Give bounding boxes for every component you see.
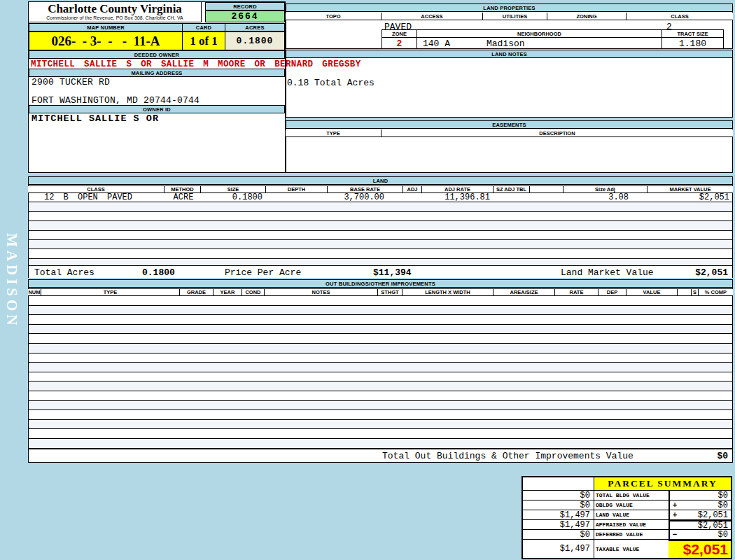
column-base-rate: BASE RATE — [328, 186, 403, 192]
column-cond: COND — [242, 289, 265, 295]
deferred-value-label: DEFERRED VALUE — [594, 530, 668, 540]
cell-size: 0.1800 — [202, 192, 267, 202]
appraised-value: $2,051 — [680, 520, 731, 530]
county-subtitle: Commissioner of the Revenue, PO Box 308,… — [29, 15, 201, 21]
land-properties-header-row: TOPO ACCESS UTILITIES ZONING CLASS — [286, 13, 733, 20]
out-buildings-title: OUT BUILDINGS/OTHER IMPROVEMENTS — [28, 279, 733, 288]
column-market-value: MARKET VALUE — [648, 186, 733, 192]
county-header: Charlotte County Virginia Commissioner o… — [29, 2, 202, 22]
column-method: METHOD — [164, 186, 201, 192]
out-buildings-total-row: Total Out Buildings & Other Improvements… — [29, 449, 732, 462]
zone-label: ZONE — [382, 30, 417, 37]
cell-class: 12 B OPEN PAVED — [29, 192, 165, 202]
land-table-title: LAND — [28, 176, 733, 185]
land-value-label: LAND VALUE — [594, 510, 668, 520]
column-adj: ADJ — [403, 186, 422, 192]
column-depth: DEPTH — [266, 186, 328, 192]
cell-size-adj: 3.08 — [564, 192, 648, 202]
card-value: 1 of 1 — [182, 31, 225, 50]
record-value: 2664 — [205, 10, 285, 22]
district-vertical-label: MADISON — [3, 233, 20, 329]
land-totals-row: Total Acres 0.1800 Price Per Acre $11,39… — [29, 265, 732, 278]
tract-size-label: TRACT SIZE — [662, 30, 723, 37]
column-length-width: LENGTH X WIDTH — [402, 289, 493, 295]
column-sthgt: STHGT — [378, 289, 402, 295]
deeded-owner-value: MITCHELL SALLIE S OR SALLIE M MOORE OR B… — [31, 59, 361, 69]
obldg-value: $0 — [680, 500, 731, 510]
map-number-label: MAP NUMBER — [29, 23, 183, 31]
land-value: $2,051 — [680, 510, 731, 520]
column-access: ACCESS — [382, 13, 483, 20]
acres-value: 0.1800 — [225, 31, 285, 50]
card-label: CARD — [182, 23, 225, 31]
total-bldg-value-op — [668, 491, 680, 500]
land-market-value: $2,051 — [695, 267, 728, 278]
column-value: VALUE — [626, 289, 678, 295]
column-grade: GRADE — [180, 289, 214, 295]
county-title: Charlotte County Virginia — [29, 3, 201, 15]
land-table-section: LAND CLASS METHOD SIZE DEPTH BASE RATE A… — [28, 176, 733, 278]
parcel-summary-title: PARCEL SUMMARY — [594, 477, 731, 491]
deferred-value-op: − — [668, 530, 680, 540]
column-type: TYPE — [41, 289, 180, 295]
easements-title: EASEMENTS — [286, 120, 733, 129]
land-properties-title: LAND PROPERTIES — [286, 4, 733, 12]
owner-id-value: MITCHELL SALLIE S OR — [31, 113, 159, 124]
appraised-value-op — [668, 520, 680, 530]
deeded-owner-label: DEEDED OWNER — [29, 50, 285, 59]
total-acres-label: Total Acres — [34, 267, 94, 278]
out-buildings-total-value: $0 — [717, 451, 728, 461]
zone-header-row: ZONE NEIGHBORHOOD TRACT SIZE — [382, 29, 724, 38]
column-pct-comp: % COMP — [699, 289, 733, 295]
zone-value: 2 — [382, 38, 416, 49]
obldg-value-op: + — [668, 500, 680, 510]
appraised-value-label: APPRAISED VALUE — [594, 520, 668, 530]
column-blank — [530, 186, 564, 192]
column-size-adj: Size Adj — [564, 186, 648, 192]
column-topo: TOPO — [286, 13, 382, 20]
easements-section: EASEMENTS TYPE DESCRIPTION — [286, 120, 733, 173]
total-bldg-value-label: TOTAL BLDG VALUE — [594, 491, 668, 500]
owner-section: Charlotte County Virginia Commissioner o… — [28, 1, 286, 173]
out-buildings-total-label: Total Out Buildings & Other Improvements… — [382, 451, 634, 461]
obldg-value-label: OBLDG VALUE — [594, 500, 668, 510]
column-size: SIZE — [201, 186, 266, 192]
land-table-rows: 12 B OPEN PAVED ACRE 0.1800 3,700.00 11,… — [29, 193, 732, 265]
owner-id-label: OWNER ID — [29, 105, 285, 113]
parcel-summary: PARCEL SUMMARY $0 TOTAL BLDG VALUE $0 $0… — [522, 476, 732, 559]
land-notes-text: 0.18 Total Acres — [287, 78, 374, 88]
column-utilities: UTILITIES — [483, 13, 547, 20]
column-area-size: AREA/SIZE — [493, 289, 555, 295]
neighborhood-value: 140 A Madison — [416, 38, 662, 49]
column-blank — [678, 289, 692, 295]
column-class: CLASS — [626, 13, 733, 20]
zone-values-row: 2 140 A Madison 1.180 — [382, 38, 724, 49]
neighborhood-name: Madison — [486, 38, 525, 49]
acres-label: ACRES — [225, 23, 285, 31]
cell-method: ACRE — [165, 192, 202, 202]
mailing-address-label: MAILING ADDRESS — [29, 69, 285, 77]
mailing-address-line1: 2900 TUCKER RD — [31, 77, 110, 88]
prior-land-value: $1,497 — [523, 510, 594, 520]
price-per-acre-value: $11,394 — [373, 267, 412, 278]
easements-header-row: TYPE DESCRIPTION — [286, 130, 733, 137]
column-adj-rate: ADJ RATE — [422, 186, 493, 192]
column-notes: NOTES — [265, 289, 378, 295]
price-per-acre-label: Price Per Acre — [225, 267, 301, 278]
prior-appraised-value: $1,497 — [523, 520, 594, 530]
column-description: DESCRIPTION — [382, 130, 733, 136]
cell-market-value: $2,051 — [648, 192, 732, 202]
total-acres-value: 0.1800 — [142, 267, 175, 278]
taxable-value-label: TAXABLE VALUE — [594, 540, 668, 558]
land-properties-section: LAND PROPERTIES TOPO ACCESS UTILITIES ZO… — [286, 4, 733, 49]
neighborhood-label: NEIGHBORHOOD — [417, 30, 662, 37]
column-dep: DEP — [598, 289, 626, 295]
out-buildings-header-row: NUM TYPE GRADE YEAR COND NOTES STHGT LEN… — [28, 288, 733, 296]
tract-size-value: 1.180 — [662, 38, 724, 49]
column-year: YEAR — [214, 289, 242, 295]
column-type: TYPE — [286, 130, 382, 136]
column-sz-adj-tbl: SZ ADJ TBL — [493, 186, 530, 192]
cell-adj-rate: 11,396.81 — [423, 192, 494, 202]
total-bldg-value: $0 — [680, 491, 731, 500]
prior-total-bldg-value: $0 — [523, 491, 594, 500]
